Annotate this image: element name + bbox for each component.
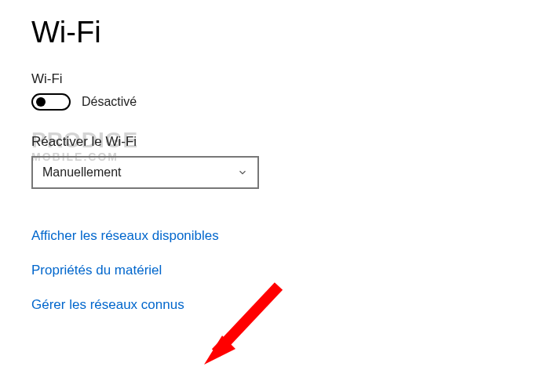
wifi-toggle-state: Désactivé [82,95,137,109]
wifi-toggle-row: Désactivé [31,93,520,111]
dropdown-value: Manuellement [42,165,122,180]
svg-line-1 [216,286,279,353]
wifi-section-label: Wi-Fi [31,71,520,87]
wifi-toggle[interactable] [31,93,71,111]
arrow-annotation-icon [200,278,294,372]
page-title: Wi-Fi [31,16,520,49]
svg-marker-2 [204,336,235,365]
hardware-properties-link[interactable]: Propriétés du matériel [31,263,162,278]
reactivate-dropdown[interactable]: Manuellement [31,156,259,189]
available-networks-link[interactable]: Afficher les réseaux disponibles [31,228,219,244]
chevron-down-icon [237,167,248,178]
reactivate-label: Réactiver le Wi-Fi [31,134,520,150]
manage-known-networks-link[interactable]: Gérer les réseaux connus [31,297,184,313]
toggle-knob [36,97,46,107]
